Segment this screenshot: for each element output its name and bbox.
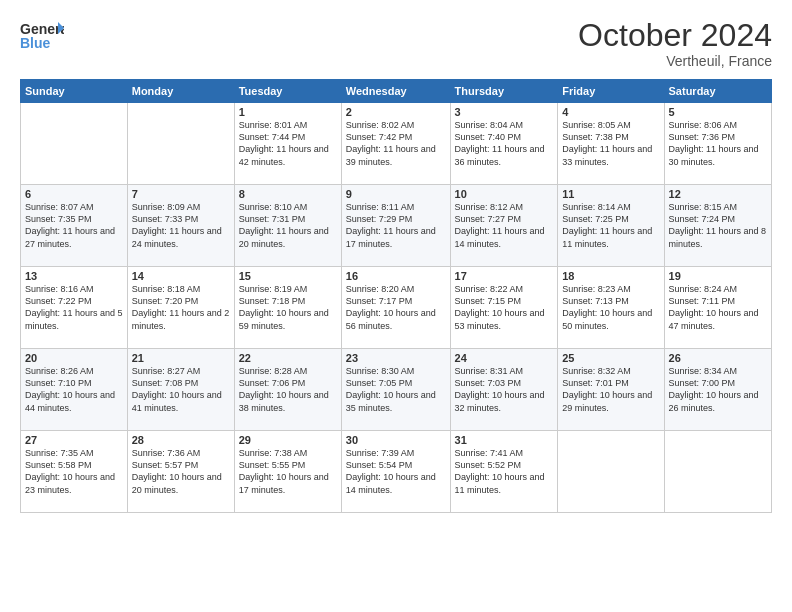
day-number: 25 — [562, 352, 659, 364]
cell-info: Sunrise: 8:16 AM Sunset: 7:22 PM Dayligh… — [25, 283, 123, 332]
cell-info: Sunrise: 8:18 AM Sunset: 7:20 PM Dayligh… — [132, 283, 230, 332]
weekday-header: Saturday — [664, 80, 771, 103]
day-number: 8 — [239, 188, 337, 200]
calendar-cell: 18Sunrise: 8:23 AM Sunset: 7:13 PM Dayli… — [558, 267, 664, 349]
day-number: 29 — [239, 434, 337, 446]
calendar-cell: 3Sunrise: 8:04 AM Sunset: 7:40 PM Daylig… — [450, 103, 558, 185]
calendar-cell: 6Sunrise: 8:07 AM Sunset: 7:35 PM Daylig… — [21, 185, 128, 267]
day-number: 13 — [25, 270, 123, 282]
calendar-cell: 23Sunrise: 8:30 AM Sunset: 7:05 PM Dayli… — [341, 349, 450, 431]
calendar-week-row: 13Sunrise: 8:16 AM Sunset: 7:22 PM Dayli… — [21, 267, 772, 349]
svg-text:Blue: Blue — [20, 35, 51, 51]
cell-info: Sunrise: 8:11 AM Sunset: 7:29 PM Dayligh… — [346, 201, 446, 250]
cell-info: Sunrise: 8:28 AM Sunset: 7:06 PM Dayligh… — [239, 365, 337, 414]
cell-info: Sunrise: 7:41 AM Sunset: 5:52 PM Dayligh… — [455, 447, 554, 496]
weekday-header: Thursday — [450, 80, 558, 103]
calendar-cell: 30Sunrise: 7:39 AM Sunset: 5:54 PM Dayli… — [341, 431, 450, 513]
day-number: 1 — [239, 106, 337, 118]
calendar-cell: 10Sunrise: 8:12 AM Sunset: 7:27 PM Dayli… — [450, 185, 558, 267]
weekday-header: Sunday — [21, 80, 128, 103]
day-number: 11 — [562, 188, 659, 200]
day-number: 3 — [455, 106, 554, 118]
calendar-week-row: 27Sunrise: 7:35 AM Sunset: 5:58 PM Dayli… — [21, 431, 772, 513]
calendar-cell: 21Sunrise: 8:27 AM Sunset: 7:08 PM Dayli… — [127, 349, 234, 431]
calendar-cell: 25Sunrise: 8:32 AM Sunset: 7:01 PM Dayli… — [558, 349, 664, 431]
cell-info: Sunrise: 8:19 AM Sunset: 7:18 PM Dayligh… — [239, 283, 337, 332]
cell-info: Sunrise: 8:34 AM Sunset: 7:00 PM Dayligh… — [669, 365, 767, 414]
calendar-week-row: 1Sunrise: 8:01 AM Sunset: 7:44 PM Daylig… — [21, 103, 772, 185]
calendar-cell: 24Sunrise: 8:31 AM Sunset: 7:03 PM Dayli… — [450, 349, 558, 431]
calendar-cell: 27Sunrise: 7:35 AM Sunset: 5:58 PM Dayli… — [21, 431, 128, 513]
day-number: 31 — [455, 434, 554, 446]
cell-info: Sunrise: 8:30 AM Sunset: 7:05 PM Dayligh… — [346, 365, 446, 414]
day-number: 22 — [239, 352, 337, 364]
weekday-header: Tuesday — [234, 80, 341, 103]
calendar-cell: 2Sunrise: 8:02 AM Sunset: 7:42 PM Daylig… — [341, 103, 450, 185]
calendar-cell: 9Sunrise: 8:11 AM Sunset: 7:29 PM Daylig… — [341, 185, 450, 267]
day-number: 7 — [132, 188, 230, 200]
cell-info: Sunrise: 8:07 AM Sunset: 7:35 PM Dayligh… — [25, 201, 123, 250]
cell-info: Sunrise: 8:31 AM Sunset: 7:03 PM Dayligh… — [455, 365, 554, 414]
calendar-cell: 7Sunrise: 8:09 AM Sunset: 7:33 PM Daylig… — [127, 185, 234, 267]
cell-info: Sunrise: 8:09 AM Sunset: 7:33 PM Dayligh… — [132, 201, 230, 250]
day-number: 19 — [669, 270, 767, 282]
calendar-week-row: 20Sunrise: 8:26 AM Sunset: 7:10 PM Dayli… — [21, 349, 772, 431]
cell-info: Sunrise: 8:02 AM Sunset: 7:42 PM Dayligh… — [346, 119, 446, 168]
calendar-cell — [127, 103, 234, 185]
calendar-cell: 4Sunrise: 8:05 AM Sunset: 7:38 PM Daylig… — [558, 103, 664, 185]
cell-info: Sunrise: 8:14 AM Sunset: 7:25 PM Dayligh… — [562, 201, 659, 250]
location: Vertheuil, France — [578, 53, 772, 69]
calendar-cell — [664, 431, 771, 513]
day-number: 10 — [455, 188, 554, 200]
cell-info: Sunrise: 8:20 AM Sunset: 7:17 PM Dayligh… — [346, 283, 446, 332]
day-number: 27 — [25, 434, 123, 446]
logo-icon: General Blue — [20, 18, 64, 54]
title-block: October 2024 Vertheuil, France — [578, 18, 772, 69]
cell-info: Sunrise: 8:10 AM Sunset: 7:31 PM Dayligh… — [239, 201, 337, 250]
day-number: 14 — [132, 270, 230, 282]
day-number: 6 — [25, 188, 123, 200]
calendar-cell — [21, 103, 128, 185]
day-number: 17 — [455, 270, 554, 282]
weekday-header: Friday — [558, 80, 664, 103]
calendar-cell: 15Sunrise: 8:19 AM Sunset: 7:18 PM Dayli… — [234, 267, 341, 349]
cell-info: Sunrise: 7:39 AM Sunset: 5:54 PM Dayligh… — [346, 447, 446, 496]
calendar-cell — [558, 431, 664, 513]
header: General Blue October 2024 Vertheuil, Fra… — [20, 18, 772, 69]
cell-info: Sunrise: 7:36 AM Sunset: 5:57 PM Dayligh… — [132, 447, 230, 496]
cell-info: Sunrise: 7:38 AM Sunset: 5:55 PM Dayligh… — [239, 447, 337, 496]
calendar-cell: 1Sunrise: 8:01 AM Sunset: 7:44 PM Daylig… — [234, 103, 341, 185]
calendar-cell: 19Sunrise: 8:24 AM Sunset: 7:11 PM Dayli… — [664, 267, 771, 349]
calendar-cell: 20Sunrise: 8:26 AM Sunset: 7:10 PM Dayli… — [21, 349, 128, 431]
day-number: 9 — [346, 188, 446, 200]
day-number: 18 — [562, 270, 659, 282]
calendar-cell: 16Sunrise: 8:20 AM Sunset: 7:17 PM Dayli… — [341, 267, 450, 349]
cell-info: Sunrise: 8:26 AM Sunset: 7:10 PM Dayligh… — [25, 365, 123, 414]
day-number: 21 — [132, 352, 230, 364]
cell-info: Sunrise: 8:06 AM Sunset: 7:36 PM Dayligh… — [669, 119, 767, 168]
cell-info: Sunrise: 8:05 AM Sunset: 7:38 PM Dayligh… — [562, 119, 659, 168]
calendar-cell: 11Sunrise: 8:14 AM Sunset: 7:25 PM Dayli… — [558, 185, 664, 267]
day-number: 24 — [455, 352, 554, 364]
calendar-cell: 5Sunrise: 8:06 AM Sunset: 7:36 PM Daylig… — [664, 103, 771, 185]
day-number: 26 — [669, 352, 767, 364]
day-number: 23 — [346, 352, 446, 364]
day-number: 2 — [346, 106, 446, 118]
day-number: 20 — [25, 352, 123, 364]
page: General Blue October 2024 Vertheuil, Fra… — [0, 0, 792, 612]
calendar-cell: 13Sunrise: 8:16 AM Sunset: 7:22 PM Dayli… — [21, 267, 128, 349]
cell-info: Sunrise: 8:23 AM Sunset: 7:13 PM Dayligh… — [562, 283, 659, 332]
cell-info: Sunrise: 8:27 AM Sunset: 7:08 PM Dayligh… — [132, 365, 230, 414]
cell-info: Sunrise: 8:12 AM Sunset: 7:27 PM Dayligh… — [455, 201, 554, 250]
calendar-cell: 29Sunrise: 7:38 AM Sunset: 5:55 PM Dayli… — [234, 431, 341, 513]
month-title: October 2024 — [578, 18, 772, 53]
calendar-cell: 31Sunrise: 7:41 AM Sunset: 5:52 PM Dayli… — [450, 431, 558, 513]
calendar-week-row: 6Sunrise: 8:07 AM Sunset: 7:35 PM Daylig… — [21, 185, 772, 267]
day-number: 12 — [669, 188, 767, 200]
weekday-header: Wednesday — [341, 80, 450, 103]
calendar-cell: 17Sunrise: 8:22 AM Sunset: 7:15 PM Dayli… — [450, 267, 558, 349]
day-number: 30 — [346, 434, 446, 446]
day-number: 28 — [132, 434, 230, 446]
cell-info: Sunrise: 8:24 AM Sunset: 7:11 PM Dayligh… — [669, 283, 767, 332]
cell-info: Sunrise: 8:04 AM Sunset: 7:40 PM Dayligh… — [455, 119, 554, 168]
